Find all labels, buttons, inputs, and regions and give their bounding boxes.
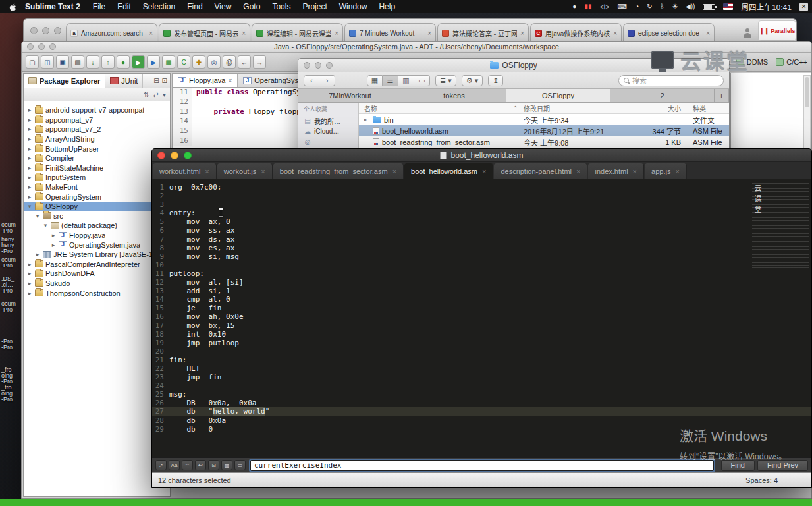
tree-item[interactable]: ▸BottomUpParser (24, 144, 170, 154)
tab-close-icon[interactable]: × (427, 30, 431, 37)
maximize-view-icon[interactable]: ⊡ (162, 77, 167, 84)
tab-close-icon[interactable]: × (392, 167, 396, 175)
browser-tab[interactable]: 算法概论答案 - 豆丁网× (437, 23, 529, 42)
disclosure-icon[interactable]: ▸ (26, 261, 33, 267)
tree-item[interactable]: ▾src (24, 211, 170, 221)
browser-tab[interactable]: eclipse selection doe× (623, 23, 715, 42)
tab-close-icon[interactable]: × (242, 30, 246, 37)
new-class-icon[interactable]: C (177, 55, 190, 69)
zoom-button[interactable] (184, 152, 192, 159)
menu-find[interactable]: Find (181, 0, 208, 13)
disclosure-icon[interactable]: ▸ (26, 280, 33, 287)
close-button[interactable] (30, 27, 38, 34)
tab-close-icon[interactable]: × (335, 30, 338, 37)
menu-edit[interactable]: Edit (111, 0, 137, 13)
column-size[interactable]: 大小 (645, 103, 685, 113)
airplay-icon[interactable]: ✳ (672, 0, 678, 13)
tree-item[interactable]: ▸appcompat_v7 (24, 115, 170, 125)
disclosure-icon[interactable]: ▸ (26, 136, 33, 142)
menu-view[interactable]: View (209, 0, 238, 13)
menu-tools[interactable]: Tools (266, 0, 296, 13)
forward-icon[interactable]: → (253, 55, 266, 69)
minimize-button[interactable] (42, 27, 49, 34)
zoom-button[interactable] (54, 27, 61, 34)
column-name[interactable]: 名称 ⌃ (359, 103, 524, 113)
tab-close-icon[interactable]: × (613, 30, 617, 37)
tab-close-icon[interactable]: × (261, 167, 265, 175)
tree-item[interactable]: ▸android-support-v7-appcompat (24, 105, 170, 115)
tree-item[interactable]: ▸Compiler (24, 154, 170, 163)
import-icon[interactable]: ↑ (101, 55, 115, 69)
disclosure-icon[interactable]: ▸ (26, 184, 33, 190)
save-icon[interactable]: ◫ (41, 55, 54, 69)
active-app-name[interactable]: Sublime Text 2 (25, 2, 80, 11)
disclosure-icon[interactable]: ▸ (34, 251, 41, 258)
case-toggle[interactable]: Aa (169, 460, 180, 470)
android-sdk-icon[interactable]: ▦ (162, 55, 175, 69)
finder-tab[interactable]: 2 (610, 89, 715, 102)
zoom-button[interactable] (49, 43, 56, 50)
browser-tab[interactable]: C用java做操作系统内核× (530, 23, 622, 42)
back-icon[interactable]: ← (238, 55, 251, 69)
file-row[interactable]: ▸bin今天 上午9:34--文件夹 (359, 114, 729, 125)
tab-close-icon[interactable]: × (228, 77, 232, 84)
run-icon[interactable]: ▶ (132, 55, 145, 69)
disclosure-icon[interactable]: ▸ (26, 165, 33, 171)
tab-close-icon[interactable]: × (149, 30, 153, 37)
sidebar-item[interactable]: ☁iCloud… (304, 126, 358, 136)
finder-tab[interactable]: tokens (402, 89, 506, 102)
disclosure-icon[interactable]: ▸ (26, 117, 33, 123)
tree-item[interactable]: ▸InputSystem (24, 173, 170, 183)
menu-file[interactable]: File (87, 0, 111, 13)
inselection-toggle[interactable]: ⊡ (208, 460, 219, 470)
apple-menu[interactable] (9, 3, 17, 11)
pause-icon[interactable]: ▮▮ (584, 0, 591, 13)
disclosure-icon[interactable]: ▸ (364, 117, 370, 123)
share-button[interactable]: ↥ (488, 75, 503, 86)
column-kind[interactable]: 种类 (685, 103, 729, 113)
perspective-cpp[interactable]: C/C++ (776, 58, 807, 66)
menu-window[interactable]: Window (333, 0, 373, 13)
tab-junit[interactable]: JUnit (105, 74, 143, 88)
save-all-icon[interactable]: ▣ (56, 55, 69, 69)
tree-item[interactable]: ▸OperatingSystem.java (24, 240, 170, 250)
minimize-button[interactable] (315, 62, 321, 69)
editor-tab[interactable]: boot_readstring_from_sector.asm× (273, 163, 404, 179)
link-editor-icon[interactable]: ⇄ (153, 91, 159, 98)
minimize-button[interactable] (38, 43, 45, 50)
export-icon[interactable]: ↓ (86, 55, 99, 69)
list-view-button[interactable]: ☰ (383, 75, 398, 86)
annotation-icon[interactable]: @ (223, 55, 236, 69)
disclosure-icon[interactable]: ▸ (26, 290, 33, 296)
wrap-toggle[interactable]: ↩ (195, 460, 206, 470)
icon-view-button[interactable]: ▦ (367, 75, 383, 86)
tab-close-icon[interactable]: × (205, 167, 209, 175)
menu-project[interactable]: Project (296, 0, 333, 13)
tab-close-icon[interactable]: × (675, 167, 679, 175)
tree-item[interactable]: ▸Sukudo (24, 279, 170, 289)
disclosure-icon[interactable]: ▾ (34, 213, 41, 219)
disclosure-icon[interactable]: ▸ (26, 174, 33, 181)
nav-arrows-icon[interactable]: ◁▷ (599, 0, 609, 13)
minimize-view-icon[interactable]: ⊟ (153, 77, 159, 84)
time-machine-icon[interactable]: ◔ (635, 0, 639, 13)
tree-item[interactable]: ▸appcompat_v7_2 (24, 125, 170, 134)
sidebar-item[interactable]: ▤我的所… (304, 115, 358, 126)
tab-close-icon[interactable]: × (576, 167, 580, 175)
record-icon[interactable]: ● (572, 0, 576, 13)
disclosure-icon[interactable]: ▸ (26, 126, 33, 132)
editor-tab[interactable]: description-panel.html× (494, 163, 587, 179)
close-button[interactable] (157, 152, 165, 159)
action-button[interactable]: ⚙ ▾ (462, 75, 483, 86)
view-menu-icon[interactable]: ▾ (163, 91, 166, 98)
editor-tab[interactable]: workout.html× (153, 163, 217, 179)
find-input[interactable] (250, 460, 714, 471)
editor-tab[interactable]: app.js× (645, 163, 687, 179)
tab-close-icon[interactable]: × (633, 167, 637, 175)
new-tab-button[interactable]: + (715, 89, 729, 102)
editor-tab[interactable]: workout.js× (217, 163, 273, 179)
disclosure-icon[interactable]: ▾ (42, 222, 49, 229)
tree-item[interactable]: ▸MakeFont (24, 183, 170, 192)
code-editor[interactable]: 1org 0x7c00;234entry:5 mov ax, 06 mov ss… (152, 179, 811, 457)
minimize-button[interactable] (171, 152, 178, 159)
